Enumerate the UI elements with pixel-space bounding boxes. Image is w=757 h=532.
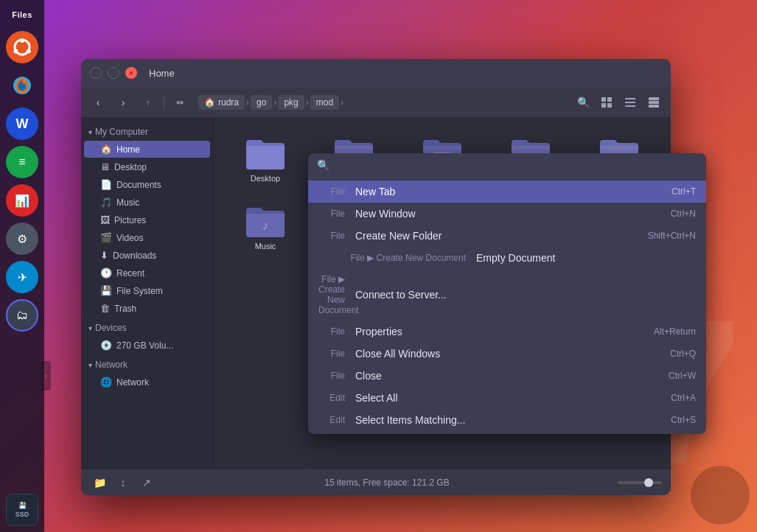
search-button[interactable]: 🔍 xyxy=(572,92,594,113)
ssd-device[interactable]: 💾 SSD xyxy=(6,494,38,526)
cmd-new-tab[interactable]: File New Tab Ctrl+T xyxy=(308,181,706,203)
nav-toggle-button[interactable]: ⇔ xyxy=(169,92,191,113)
files-icon[interactable]: 🗂 xyxy=(6,299,38,332)
breadcrumb-mod-label: mod xyxy=(316,97,333,108)
network-arrow: ▾ xyxy=(88,361,92,369)
svg-rect-9 xyxy=(601,103,606,108)
sidebar-item-filesystem[interactable]: 💾 File System xyxy=(84,282,210,299)
breadcrumb-sep-1: › xyxy=(246,97,249,108)
documents-sidebar-icon: 📄 xyxy=(100,179,112,190)
pictures-sidebar-icon: 🖼 xyxy=(100,214,110,225)
cmd-close[interactable]: File Close Ctrl+W xyxy=(308,365,706,387)
svg-text:♪: ♪ xyxy=(262,218,269,233)
calc-icon[interactable]: ≡ xyxy=(6,146,38,178)
command-search-bar: 🔍 xyxy=(308,153,706,178)
settings-icon[interactable]: ⚙ xyxy=(6,223,38,255)
breadcrumb-go-label: go xyxy=(257,97,266,108)
cmd-new-tab-shortcut: Ctrl+T xyxy=(671,186,696,197)
cmd-properties-category: File xyxy=(318,326,345,337)
firefox-icon[interactable] xyxy=(6,69,38,102)
breadcrumb-pkg[interactable]: pkg xyxy=(278,95,304,110)
sidebar-item-documents[interactable]: 📄 Documents xyxy=(84,176,210,193)
cmd-new-tab-category: File xyxy=(318,186,345,197)
cmd-create-folder-category: File xyxy=(318,231,345,241)
sidebar-item-home[interactable]: 🏠 Home xyxy=(84,141,210,158)
cmd-select-all-label: Select All xyxy=(355,392,671,404)
cmd-connect-server[interactable]: File ▶ Create New Document Connect to Se… xyxy=(308,269,706,321)
svg-rect-13 xyxy=(625,105,635,107)
cmd-connect-server-category: File ▶ Create New Document xyxy=(318,274,345,315)
breadcrumb-mod[interactable]: mod xyxy=(310,95,339,110)
sidebar-item-recent[interactable]: 🕐 Recent xyxy=(84,265,210,281)
file-item-desktop[interactable]: Desktop xyxy=(226,130,305,189)
ssd-icon: 💾 xyxy=(18,502,27,509)
grid-view-icon xyxy=(601,97,612,108)
mycomputer-label: My Computer xyxy=(95,127,148,137)
cmd-close-all-shortcut: Ctrl+Q xyxy=(670,349,696,359)
sort-button[interactable]: ↕ xyxy=(114,473,133,492)
breadcrumb-home[interactable]: 🏠 rudra xyxy=(198,95,245,110)
back-button[interactable]: ‹ xyxy=(87,92,109,113)
cmd-create-folder-label: Create New Folder xyxy=(355,230,648,242)
trash-sidebar-icon: 🗑 xyxy=(100,303,110,314)
command-input[interactable] xyxy=(335,159,697,171)
sidebar-item-trash[interactable]: 🗑 Trash xyxy=(84,300,210,317)
cmd-create-folder[interactable]: File Create New Folder Shift+Ctrl+N xyxy=(308,225,706,247)
toolbar: ‹ › ↑ ⇔ 🏠 rudra › go › pkg › xyxy=(81,87,671,118)
sidebar-network-header[interactable]: ▾ Network xyxy=(81,357,213,373)
breadcrumb-more: › xyxy=(341,97,343,108)
sidebar-item-downloads[interactable]: ⬇ Downloads xyxy=(84,247,210,264)
sidebar-item-music[interactable]: 🎵 Music xyxy=(84,194,210,211)
nav-toggle-icon: ⇔ xyxy=(176,97,184,108)
writer-icon[interactable]: W xyxy=(6,108,38,140)
sidebar-item-desktop[interactable]: 🖥 Desktop xyxy=(84,158,210,175)
sidebar-item-pictures[interactable]: 🖼 Pictures xyxy=(84,211,210,228)
grid-view-button[interactable] xyxy=(596,92,618,113)
sidebar-item-videos[interactable]: 🎬 Videos xyxy=(84,229,210,246)
list-view-icon xyxy=(625,97,635,108)
zoom-track[interactable] xyxy=(618,481,662,484)
sidebar-devices-header[interactable]: ▾ Devices xyxy=(81,320,213,336)
cmd-select-all[interactable]: Edit Select All Ctrl+A xyxy=(308,387,706,409)
ssd-label: SSD xyxy=(15,511,29,518)
cmd-select-matching-label: Select Items Matching... xyxy=(355,414,671,426)
list-view-button[interactable] xyxy=(619,92,641,113)
file-label-music: Music xyxy=(255,242,276,251)
detail-view-button[interactable] xyxy=(643,92,665,113)
cmd-select-matching[interactable]: Edit Select Items Matching... Ctrl+S xyxy=(308,409,706,431)
ubuntu-icon[interactable] xyxy=(6,31,38,63)
cmd-close-all[interactable]: File Close All Windows Ctrl+Q xyxy=(308,343,706,365)
file-item-music[interactable]: ♪ Music xyxy=(226,197,305,256)
new-folder-button[interactable]: 📁 xyxy=(90,473,109,492)
svg-point-1 xyxy=(20,38,24,43)
telegram-icon[interactable]: ✈ xyxy=(6,261,38,293)
sidebar-home-label: Home xyxy=(116,144,140,155)
sidebar-item-volume[interactable]: 💿 270 GB Volu... xyxy=(84,337,210,354)
open-button[interactable]: ↗ xyxy=(137,473,156,492)
impress-icon[interactable]: 📊 xyxy=(6,184,38,217)
up-button[interactable]: ↑ xyxy=(137,92,159,113)
forward-icon: › xyxy=(122,97,125,108)
maximize-button[interactable]: □ xyxy=(108,67,119,79)
forward-button[interactable]: › xyxy=(112,92,134,113)
search-icon: 🔍 xyxy=(577,97,590,108)
desktop-sidebar-icon: 🖥 xyxy=(100,161,110,172)
cmd-select-matching-category: Edit xyxy=(318,415,345,425)
toolbar-right: 🔍 xyxy=(572,92,665,113)
minimize-button[interactable]: − xyxy=(90,67,102,79)
breadcrumb-go[interactable]: go xyxy=(251,95,272,110)
cmd-select-all-shortcut: Ctrl+A xyxy=(671,393,696,403)
cmd-create-folder-shortcut: Shift+Ctrl+N xyxy=(648,231,696,241)
cmd-empty-doc[interactable]: File ▶ Create New Document Empty Documen… xyxy=(308,247,706,269)
sidebar-mycomputer-header[interactable]: ▾ My Computer xyxy=(81,124,213,140)
sidebar-item-network[interactable]: 🌐 Network xyxy=(84,374,210,391)
zoom-thumb[interactable] xyxy=(644,478,653,487)
sidebar-documents-label: Documents xyxy=(116,180,161,190)
cmd-properties-label: Properties xyxy=(355,326,654,337)
sidebar-videos-label: Videos xyxy=(116,233,143,243)
cmd-properties[interactable]: File Properties Alt+Return xyxy=(308,321,706,343)
toolbar-separator xyxy=(164,95,164,110)
close-button[interactable]: × xyxy=(125,67,137,79)
devices-label: Devices xyxy=(95,323,127,333)
cmd-new-window[interactable]: File New Window Ctrl+N xyxy=(308,203,706,225)
